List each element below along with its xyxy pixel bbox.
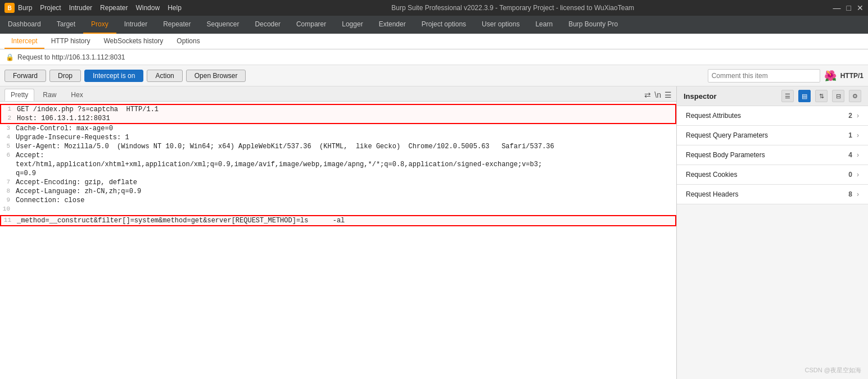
editor-panel: Pretty Raw Hex ⇄ \n ☰ 1GET /index.php ?s… [0,86,677,379]
code-line: 10 [0,205,676,214]
open-browser-button[interactable]: Open Browser [186,70,246,82]
comment-input[interactable] [708,69,820,83]
minimize-button[interactable]: — [833,3,841,12]
main-nav-item-sequencer[interactable]: Sequencer [199,16,247,34]
code-line: 1GET /index.php ?s=captcha HTTP/1.1 [0,104,676,114]
menu-burp[interactable]: Burp [18,4,32,12]
main-nav-item-project-options[interactable]: Project options [414,16,474,34]
code-line: 4Upgrade-Insecure-Requests: 1 [0,133,676,142]
maximize-button[interactable]: □ [847,3,851,12]
tab-hex[interactable]: Hex [65,89,89,101]
action-button[interactable]: Action [147,70,182,82]
flame-icon: 🌺 [824,69,837,83]
inspector-filter-btn[interactable]: ⊟ [832,90,844,102]
inspector-title: Inspector [684,92,777,101]
watermark: CSDN @夜星空如海 [805,366,861,375]
inspector-view-btn-2[interactable]: ▤ [798,90,811,102]
window-title: Burp Suite Professional v2022.3.9 - Temp… [193,4,833,12]
editor-tabs: Pretty Raw Hex ⇄ \n ☰ [0,86,676,102]
main-nav-item-burp-bounty-pro[interactable]: Burp Bounty Pro [560,16,626,34]
inspector-section-request-cookies[interactable]: Request Cookies0› [677,165,868,185]
main-nav-item-learn[interactable]: Learn [527,16,560,34]
menu-intruder[interactable]: Intruder [69,4,92,12]
intercept-button[interactable]: Intercept is on [84,70,143,82]
code-line: 7Accept-Encoding: gzip, deflate [0,178,676,187]
lock-icon: 🔒 [6,53,14,61]
main-nav-item-extender[interactable]: Extender [371,16,414,34]
menu-help[interactable]: Help [168,4,182,12]
inspector-settings-btn[interactable]: ⚙ [849,90,861,102]
editor-tab-icons: ⇄ \n ☰ [644,90,672,99]
tab-raw[interactable]: Raw [37,89,62,101]
main-nav-item-repeater[interactable]: Repeater [155,16,198,34]
toolbar: Forward Drop Intercept is on Action Open… [0,65,868,86]
code-line: 11_method=__construct&filter[]=system&me… [0,215,676,226]
code-line: 8Accept-Language: zh-CN,zh;q=0.9 [0,187,676,196]
inspector-sort-btn[interactable]: ⇅ [815,90,828,102]
inspector-header: Inspector ☰ ▤ ⇅ ⊟ ⚙ [677,86,868,106]
title-bar: B Burp Project Intruder Repeater Window … [0,0,868,16]
main-nav: DashboardTargetProxyIntruderRepeaterSequ… [0,16,868,34]
main-nav-item-dashboard[interactable]: Dashboard [0,16,49,34]
main-nav-item-user-options[interactable]: User options [474,16,527,34]
code-line: 2Host: 106.13.1.112:8031 [0,114,676,124]
url-bar: 🔒 Request to http://106.13.1.112:8031 [0,49,868,65]
main-nav-item-comparer[interactable]: Comparer [288,16,334,34]
code-line: 9Connection: close [0,196,676,205]
main-nav-item-intruder[interactable]: Intruder [116,16,155,34]
burp-logo: B [4,3,15,13]
close-button[interactable]: ✕ [857,3,864,12]
line-icon[interactable]: \n [654,90,661,99]
content-area: Pretty Raw Hex ⇄ \n ☰ 1GET /index.php ?s… [0,86,868,379]
sub-nav-item-intercept[interactable]: Intercept [4,34,44,49]
sub-nav-item-http-history[interactable]: HTTP history [44,34,97,49]
code-line: q=0.9 [0,169,676,178]
code-area[interactable]: 1GET /index.php ?s=captcha HTTP/1.12Host… [0,102,676,229]
menu-project[interactable]: Project [40,4,61,12]
menu-repeater[interactable]: Repeater [100,4,128,12]
main-nav-item-proxy[interactable]: Proxy [83,16,116,34]
code-line: 5User-Agent: Mozilla/5.0 (Windows NT 10.… [0,142,676,151]
code-line: text/html,application/xhtml+xml,applicat… [0,160,676,169]
window-controls: — □ ✕ [833,3,864,12]
inspector-panel: Inspector ☰ ▤ ⇅ ⊟ ⚙ Request Attributes2›… [677,86,868,379]
forward-button[interactable]: Forward [4,70,46,82]
word-wrap-icon[interactable]: ⇄ [644,90,651,99]
inspector-sections: Request Attributes2›Request Query Parame… [677,106,868,204]
sub-nav-item-options[interactable]: Options [170,34,206,49]
request-url: Request to http://106.13.1.112:8031 [17,53,125,61]
tab-pretty[interactable]: Pretty [4,89,34,101]
drop-button[interactable]: Drop [49,70,81,82]
menu-bar: Burp Project Intruder Repeater Window He… [18,4,182,12]
inspector-section-request-body-parameters[interactable]: Request Body Parameters4› [677,145,868,165]
menu-window[interactable]: Window [135,4,160,12]
code-wrapper: 1GET /index.php ?s=captcha HTTP/1.12Host… [0,102,676,379]
inspector-section-request-query-parameters[interactable]: Request Query Parameters1› [677,126,868,145]
sub-nav: InterceptHTTP historyWebSockets historyO… [0,34,868,49]
sub-nav-item-websockets-history[interactable]: WebSockets history [97,34,170,49]
inspector-section-request-headers[interactable]: Request Headers8› [677,185,868,204]
main-nav-item-logger[interactable]: Logger [334,16,370,34]
more-icon[interactable]: ☰ [664,90,672,99]
inspector-view-btn-1[interactable]: ☰ [781,90,794,102]
main-nav-item-decoder[interactable]: Decoder [247,16,288,34]
main-nav-item-target[interactable]: Target [49,16,83,34]
inspector-section-request-attributes[interactable]: Request Attributes2› [677,106,868,126]
code-line: 3Cache-Control: max-age=0 [0,124,676,133]
http-version-badge: HTTP/1 [840,72,864,80]
code-line: 6Accept: [0,151,676,160]
